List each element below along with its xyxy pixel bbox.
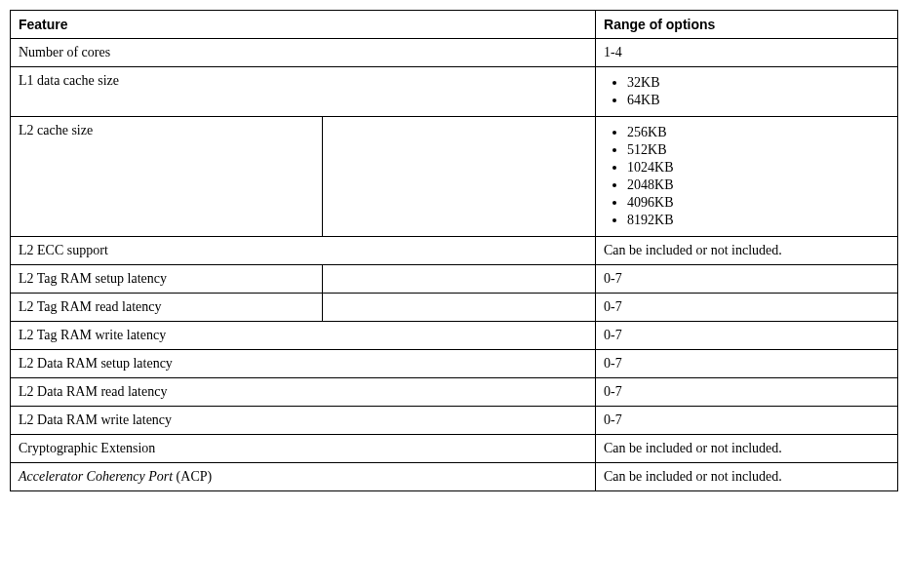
feature-cell: L2 Tag RAM read latency bbox=[11, 294, 323, 322]
table-row: L2 Data RAM setup latency0-7 bbox=[11, 350, 898, 378]
header-feature: Feature bbox=[11, 11, 596, 39]
table-row: L2 Tag RAM read latency0-7 bbox=[11, 294, 898, 322]
options-text: 0-7 bbox=[604, 271, 622, 286]
feature-mid-cell bbox=[323, 265, 596, 294]
feature-cell: L2 cache size bbox=[11, 117, 323, 237]
feature-text: L2 Tag RAM write latency bbox=[19, 328, 166, 342]
feature-text: L2 ECC support bbox=[19, 243, 108, 257]
table-row: L2 cache size256KB512KB1024KB2048KB4096K… bbox=[11, 117, 898, 237]
table-row: Cryptographic ExtensionCan be included o… bbox=[11, 435, 898, 463]
options-text: 1-4 bbox=[604, 45, 622, 59]
feature-options-table: Feature Range of options Number of cores… bbox=[10, 10, 898, 491]
feature-text: L2 Data RAM setup latency bbox=[19, 356, 173, 371]
options-list: 32KB64KB bbox=[604, 75, 889, 108]
feature-text-suffix: (ACP) bbox=[173, 469, 212, 484]
feature-cell: L1 data cache size bbox=[11, 67, 596, 117]
table-row: L2 ECC supportCan be included or not inc… bbox=[11, 237, 898, 265]
feature-cell: Accelerator Coherency Port (ACP) bbox=[11, 463, 596, 491]
feature-mid-cell bbox=[323, 117, 596, 237]
options-list-item: 64KB bbox=[627, 93, 889, 108]
feature-cell: L2 Tag RAM setup latency bbox=[11, 265, 323, 294]
feature-text: Cryptographic Extension bbox=[19, 441, 155, 455]
table-row: L2 Tag RAM setup latency0-7 bbox=[11, 265, 898, 294]
options-list-item: 512KB bbox=[627, 142, 889, 158]
table-header-row: Feature Range of options bbox=[11, 11, 898, 39]
table-row: L2 Tag RAM write latency0-7 bbox=[11, 322, 898, 350]
feature-text: L2 Tag RAM setup latency bbox=[19, 271, 167, 286]
table-row: L2 Data RAM read latency0-7 bbox=[11, 378, 898, 407]
feature-cell: L2 Data RAM read latency bbox=[11, 378, 596, 407]
options-text: 0-7 bbox=[604, 384, 622, 399]
feature-text: L2 Data RAM read latency bbox=[19, 384, 167, 399]
options-cell: 0-7 bbox=[596, 322, 898, 350]
feature-text: L2 cache size bbox=[19, 123, 93, 137]
options-list: 256KB512KB1024KB2048KB4096KB8192KB bbox=[604, 125, 889, 228]
options-list-item: 256KB bbox=[627, 125, 889, 140]
table-body: Number of cores1-4L1 data cache size32KB… bbox=[11, 39, 898, 491]
feature-cell: L2 Data RAM setup latency bbox=[11, 350, 596, 378]
options-text: Can be included or not included. bbox=[604, 243, 782, 257]
options-list-item: 32KB bbox=[627, 75, 889, 91]
feature-text: L2 Tag RAM read latency bbox=[19, 299, 162, 314]
options-cell: 0-7 bbox=[596, 407, 898, 435]
options-cell: Can be included or not included. bbox=[596, 237, 898, 265]
options-cell: 1-4 bbox=[596, 39, 898, 67]
options-cell: 256KB512KB1024KB2048KB4096KB8192KB bbox=[596, 117, 898, 237]
options-list-item: 8192KB bbox=[627, 213, 889, 228]
options-text: 0-7 bbox=[604, 356, 622, 371]
table-row: L2 Data RAM write latency0-7 bbox=[11, 407, 898, 435]
options-text: 0-7 bbox=[604, 412, 622, 427]
options-cell: Can be included or not included. bbox=[596, 435, 898, 463]
feature-cell: Number of cores bbox=[11, 39, 596, 67]
options-cell: 0-7 bbox=[596, 350, 898, 378]
options-list-item: 2048KB bbox=[627, 177, 889, 193]
options-cell: 0-7 bbox=[596, 378, 898, 407]
feature-cell: L2 Tag RAM write latency bbox=[11, 322, 596, 350]
feature-mid-cell bbox=[323, 294, 596, 322]
feature-text: Number of cores bbox=[19, 45, 110, 59]
feature-cell: L2 Data RAM write latency bbox=[11, 407, 596, 435]
options-cell: 0-7 bbox=[596, 294, 898, 322]
options-text: Can be included or not included. bbox=[604, 441, 782, 455]
options-cell: 0-7 bbox=[596, 265, 898, 294]
options-list-item: 4096KB bbox=[627, 195, 889, 211]
options-list-item: 1024KB bbox=[627, 160, 889, 176]
table-row: Number of cores1-4 bbox=[11, 39, 898, 67]
options-text: 0-7 bbox=[604, 299, 622, 314]
feature-text: L2 Data RAM write latency bbox=[19, 412, 172, 427]
table-row: Accelerator Coherency Port (ACP)Can be i… bbox=[11, 463, 898, 491]
options-text: 0-7 bbox=[604, 328, 622, 342]
options-cell: 32KB64KB bbox=[596, 67, 898, 117]
feature-text: L1 data cache size bbox=[19, 73, 119, 88]
header-options: Range of options bbox=[596, 11, 898, 39]
table-row: L1 data cache size32KB64KB bbox=[11, 67, 898, 117]
feature-cell: L2 ECC support bbox=[11, 237, 596, 265]
feature-text-italic: Accelerator Coherency Port bbox=[19, 469, 173, 484]
options-text: Can be included or not included. bbox=[604, 469, 782, 484]
options-cell: Can be included or not included. bbox=[596, 463, 898, 491]
feature-cell: Cryptographic Extension bbox=[11, 435, 596, 463]
